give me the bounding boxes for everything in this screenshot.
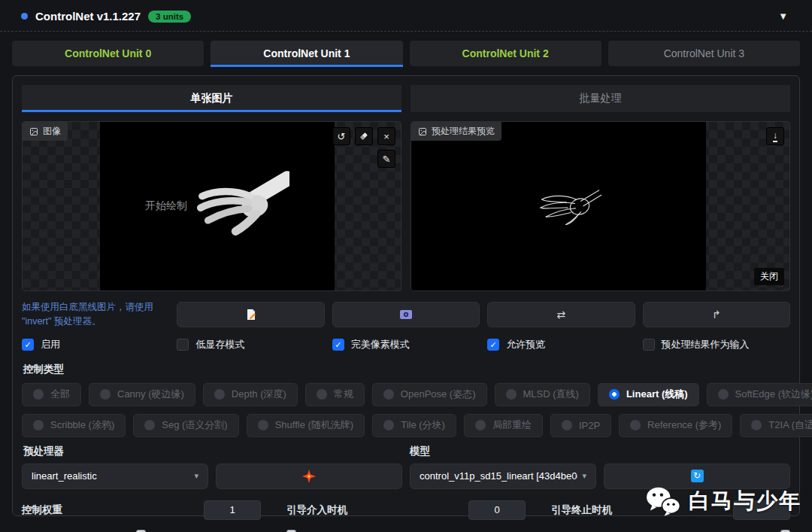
radio-label: 局部重绘 [492,418,532,432]
checkbox-icon [22,339,34,351]
control-weight-label: 控制权重 [22,503,62,517]
radio-label: Reference (参考) [647,418,721,432]
checkbox-icon [487,339,499,351]
source-image-dropzone[interactable]: 图像 ↺ × ✎ 开始绘制 [22,121,401,291]
control-type-normal[interactable]: 常规 [305,383,365,406]
watermark-text: 白马与少年 [689,487,801,515]
radio-icon [317,389,327,400]
radio-icon [609,389,620,400]
guidance-start-input[interactable]: 0 [468,500,526,520]
tab-unit-3[interactable]: ControlNet Unit 3 [608,41,800,66]
preview-tools: ↓ [766,127,784,145]
control-type-inpaint[interactable]: 局部重绘 [464,414,543,437]
webcam-icon [400,310,412,319]
control-type-row1: 全部 Canny (硬边缘) Depth (深度) 常规 OpenPose (姿… [22,383,790,406]
tab-unit-2[interactable]: ControlNet Unit 2 [410,41,601,66]
radio-label: Lineart (线稿) [626,388,688,401]
control-weight-input[interactable]: 1 [204,500,261,520]
tab-label: ControlNet Unit 2 [462,47,549,59]
radio-label: SoftEdge (软边缘) [735,388,812,401]
radio-label: OpenPose (姿态) [401,388,476,401]
source-image[interactable]: 开始绘制 [100,122,335,290]
send-dimensions-button[interactable]: ↱ [643,302,790,327]
control-type-mlsd[interactable]: MLSD (直线) [495,383,590,406]
radio-label: 全部 [50,388,70,401]
radio-label: 常规 [334,388,353,401]
image-label-chip: 图像 [23,122,68,141]
allow-preview-checkbox[interactable]: 允许预览 [487,338,635,351]
tab-unit-1[interactable]: ControlNet Unit 1 [211,41,402,66]
preview-image-panel[interactable]: 预处理结果预览 ↓ [411,121,790,291]
tab-label: ControlNet Unit 0 [65,47,151,59]
mirror-webcam-button[interactable]: ⇄ [487,302,635,327]
control-type-seg[interactable]: Seg (语义分割) [133,414,238,437]
accordion-header: ControlNet v1.1.227 3 units ▼ [0,0,812,29]
preview-close-button[interactable]: 关闭 [754,268,784,285]
checkbox-label: 低显存模式 [195,338,244,351]
unit-panel: 单张图片 批量处理 图像 ↺ × [12,75,800,516]
collapse-triangle-icon[interactable]: ▼ [768,11,798,22]
preprocessor-dropdown[interactable]: lineart_realistic ▾ [22,464,208,489]
checkbox-icon [177,339,189,351]
radio-label: Depth (深度) [232,388,286,401]
radio-icon [258,420,268,430]
preview-as-input-checkbox[interactable]: 预处理结果作为输入 [643,338,790,351]
image-icon [29,127,38,136]
radio-label: T2IA (自适应) [768,418,812,432]
checkbox-icon [643,339,655,351]
wechat-icon [645,485,681,517]
control-type-openpose[interactable]: OpenPose (姿态) [372,383,487,406]
new-canvas-icon [245,309,257,321]
hand-lineart [514,178,604,235]
undo-icon[interactable]: ↺ [332,127,350,145]
tab-unit-0[interactable]: ControlNet Unit 0 [12,41,204,66]
enable-checkbox[interactable]: 启用 [22,338,169,351]
control-type-shuffle[interactable]: Shuffle (随机洗牌) [247,414,365,437]
radio-label: Seg (语义分割) [162,418,227,432]
preview-label-chip: 预处理结果预览 [411,122,501,141]
control-type-canny[interactable]: Canny (硬边缘) [89,383,195,406]
tab-label: ControlNet Unit 3 [664,47,744,59]
model-dropdown[interactable]: control_v11p_sd15_lineart [43d4be0c ▾ [410,464,596,489]
control-type-depth[interactable]: Depth (深度) [203,383,298,406]
download-icon[interactable]: ↓ [766,127,784,145]
preprocessor-value: lineart_realistic [32,470,97,482]
radio-icon [562,420,572,430]
control-type-lineart[interactable]: Lineart (线稿) [598,383,699,406]
close-icon[interactable]: × [377,127,395,145]
webcam-button[interactable] [332,302,480,327]
tab-single-image[interactable]: 单张图片 [22,85,401,112]
preview-label: 预处理结果预览 [432,125,495,138]
preprocessor-label: 预处理器 [23,445,209,458]
dropdown-labels: 预处理器 模型 [23,445,789,458]
radio-icon [33,420,44,430]
control-type-softedge[interactable]: SoftEdge (软边缘) [707,383,812,406]
radio-icon [475,420,486,430]
send-dimensions-icon: ↱ [712,309,721,321]
radio-label: IP2P [579,420,600,431]
new-canvas-button[interactable] [177,302,324,327]
mode-tabs: 单张图片 批量处理 [22,85,790,112]
control-type-t2ia[interactable]: T2IA (自适应) [740,414,812,437]
edit-pencil-icon[interactable]: ✎ [377,150,395,168]
image-label: 图像 [43,125,61,138]
checkbox-label: 允许预览 [506,338,545,351]
control-type-tile[interactable]: Tile (分块) [372,414,456,437]
tab-batch[interactable]: 批量处理 [411,85,790,112]
eraser-icon[interactable] [355,127,373,145]
control-type-reference[interactable]: Reference (参考) [619,414,732,437]
run-preprocessor-button[interactable] [216,464,402,489]
invert-note-line1: 如果使用白底黑线图片，请使用 [22,300,169,315]
radio-label: Canny (硬边缘) [117,388,184,401]
pixel-perfect-checkbox[interactable]: 完美像素模式 [332,338,480,351]
radio-label: Scribble (涂鸦) [50,418,114,432]
control-type-ip2p[interactable]: IP2P [550,414,611,437]
control-type-all[interactable]: 全部 [22,383,81,406]
lowvram-checkbox[interactable]: 低显存模式 [177,338,324,351]
control-type-scribble[interactable]: Scribble (涂鸦) [22,414,126,437]
radio-icon [630,420,641,430]
radio-icon [144,420,155,430]
image-tools: ↺ × ✎ [332,127,395,168]
images-row: 图像 ↺ × ✎ 开始绘制 [22,121,790,291]
image-icon [418,127,427,136]
